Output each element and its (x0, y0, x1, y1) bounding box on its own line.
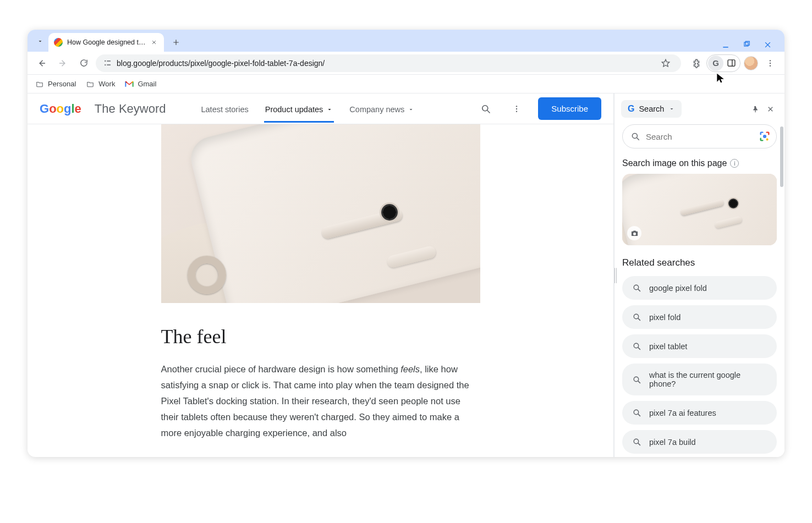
related-search-item[interactable]: pixel 7a build (622, 430, 777, 454)
folder-icon (35, 80, 44, 88)
svg-rect-0 (744, 42, 748, 46)
image-search-thumbnail[interactable] (622, 174, 777, 245)
svg-point-14 (516, 108, 517, 109)
related-searches-list: google pixel fold pixel fold pixel table… (622, 276, 777, 454)
tab-search-dropdown[interactable] (32, 33, 48, 49)
site-info-icon[interactable] (102, 58, 112, 68)
related-search-item[interactable]: pixel tablet (622, 334, 777, 358)
svg-point-20 (634, 285, 639, 290)
svg-rect-5 (107, 64, 111, 65)
nav-label: Latest stories (201, 105, 248, 114)
section-label: Search image on this page (622, 158, 727, 168)
side-panel-body: Search image on this page i Related sear… (615, 124, 784, 457)
svg-point-13 (516, 106, 517, 107)
svg-rect-6 (728, 60, 735, 66)
site-more-icon[interactable] (507, 100, 526, 118)
svg-line-29 (638, 414, 640, 416)
search-icon (632, 375, 641, 384)
section-title-related: Related searches (622, 257, 777, 268)
pin-icon[interactable] (747, 101, 762, 117)
address-bar[interactable]: blog.google/products/pixel/google-pixel-… (96, 54, 681, 72)
svg-point-9 (770, 62, 771, 63)
page-content: Google The Keyword Latest stories Produc… (28, 93, 614, 457)
text: , like how satisfying a snap or click is… (161, 364, 469, 438)
bookmarks-bar: Personal Work Gmail (28, 75, 784, 93)
google-g-icon: G (708, 56, 723, 71)
related-search-item[interactable]: pixel 7a ai features (622, 401, 777, 425)
chip-label: google pixel fold (649, 284, 707, 293)
search-icon (632, 283, 641, 293)
svg-point-10 (770, 65, 771, 66)
text: Another crucial piece of hardware design… (161, 364, 401, 374)
close-tab-icon[interactable] (150, 38, 158, 47)
bookmark-star-icon[interactable] (657, 54, 674, 72)
google-favicon-icon (54, 38, 63, 47)
svg-point-4 (105, 64, 106, 65)
svg-line-17 (637, 137, 639, 140)
close-window-icon[interactable] (762, 40, 772, 49)
google-lens-icon[interactable] (759, 130, 771, 142)
scrollbar-thumb[interactable] (780, 126, 783, 187)
chrome-menu-icon[interactable] (761, 54, 779, 72)
svg-rect-3 (107, 60, 111, 61)
svg-line-21 (638, 289, 640, 291)
search-icon (632, 437, 641, 447)
related-search-item[interactable]: pixel fold (622, 305, 777, 329)
maximize-icon[interactable] (742, 40, 751, 49)
svg-rect-1 (745, 41, 749, 45)
side-panel-toggle[interactable]: G (706, 54, 740, 72)
side-panel: G Search Search image on this page i (614, 93, 784, 457)
content-row: Google The Keyword Latest stories Produc… (28, 93, 784, 457)
gmail-icon (125, 81, 134, 87)
search-input[interactable] (646, 132, 753, 141)
chip-label: what is the current google phone? (649, 371, 767, 388)
extensions-icon[interactable] (688, 54, 705, 72)
bookmark-label: Personal (48, 80, 76, 88)
svg-line-27 (638, 381, 640, 383)
nav-latest-stories[interactable]: Latest stories (200, 95, 249, 123)
google-logo[interactable]: Google (40, 102, 81, 116)
nav-product-updates[interactable]: Product updates (264, 95, 334, 123)
svg-point-28 (634, 410, 639, 415)
svg-point-18 (766, 138, 769, 140)
svg-point-16 (632, 133, 637, 138)
chip-label: pixel 7a build (649, 438, 696, 447)
browser-tab[interactable]: How Google designed the P (48, 33, 164, 52)
svg-point-11 (482, 105, 488, 111)
related-search-item[interactable]: google pixel fold (622, 276, 777, 300)
window-controls (721, 40, 780, 52)
chevron-down-icon (408, 106, 414, 113)
svg-point-24 (634, 343, 639, 348)
section-title-image: Search image on this page i (622, 158, 777, 168)
bookmark-gmail[interactable]: Gmail (125, 80, 156, 88)
bookmark-folder-work[interactable]: Work (86, 80, 115, 88)
panel-resize-handle[interactable] (615, 268, 617, 283)
minimize-icon[interactable] (721, 40, 731, 49)
site-title[interactable]: The Keyword (95, 102, 166, 116)
article-paragraph: Another crucial piece of hardware design… (161, 361, 480, 441)
forward-button[interactable] (54, 54, 72, 72)
svg-point-26 (634, 377, 639, 382)
chevron-down-icon (668, 106, 675, 112)
new-tab-button[interactable] (168, 35, 184, 50)
google-g-icon: G (628, 104, 634, 114)
site-search-icon[interactable] (476, 100, 495, 118)
side-panel-selector[interactable]: G Search (621, 100, 682, 118)
related-search-item[interactable]: what is the current google phone? (622, 364, 777, 395)
profile-avatar[interactable] (744, 56, 758, 70)
nav-label: Product updates (265, 105, 323, 114)
svg-point-19 (763, 135, 766, 138)
back-button[interactable] (33, 54, 51, 72)
search-icon (630, 131, 640, 141)
chip-label: pixel 7a ai features (649, 409, 716, 417)
close-panel-icon[interactable] (762, 101, 778, 117)
subscribe-button[interactable]: Subscribe (538, 97, 601, 120)
side-panel-search[interactable] (622, 124, 777, 148)
info-icon[interactable]: i (730, 159, 739, 168)
bookmark-label: Gmail (138, 80, 156, 88)
bookmark-folder-personal[interactable]: Personal (35, 80, 76, 88)
nav-company-news[interactable]: Company news (348, 95, 415, 123)
folder-icon (86, 80, 95, 88)
reload-button[interactable] (75, 54, 92, 72)
camera-icon (627, 226, 641, 240)
